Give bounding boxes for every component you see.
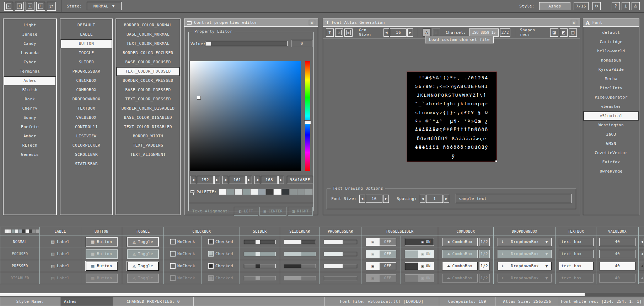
charset-value[interactable]: ISO-8859-15 [469,28,499,37]
color-swatch[interactable] [258,189,266,195]
checkbox-box[interactable] [170,263,176,269]
list-item-valuebox[interactable]: VALUEBOX [60,113,112,122]
spinner-partial-control[interactable]: ◀ [639,262,644,270]
dropdownbox-control[interactable]: ⇕DropdownBox▼ [498,238,552,246]
color-swatch[interactable] [289,189,297,195]
toggleslider-knob[interactable]: ▣ON [418,250,434,258]
scrollbar-thumb[interactable] [0,293,585,296]
toggle-control[interactable]: ◬Toggle [127,274,159,283]
font-panel-titlebar[interactable]: A Font [583,19,639,27]
charset-index[interactable]: 2/2 [500,28,510,37]
list-item-textbox[interactable]: TEXTBOX [60,104,112,113]
list-item-rltech[interactable]: RLTech [4,141,56,150]
spinner-left-icon[interactable]: ◀ [222,176,228,184]
value-slider-thumb[interactable] [206,42,211,46]
font-atlas-titlebar[interactable]: T Font Atlas Generation x [323,19,580,27]
checkbox-box[interactable] [208,239,214,244]
random-style-button[interactable]: ⇄ [47,2,56,11]
list-item-gmsn[interactable]: GMSN [583,139,639,148]
toggleslider-knob[interactable]: ▣ [366,238,380,246]
checkbox-box[interactable] [170,239,176,244]
help-button[interactable]: ? [612,2,620,10]
close-button[interactable]: x [571,20,577,25]
list-item-sunny[interactable]: Sunny [4,113,56,122]
valuebox-control[interactable]: 40 [599,274,635,283]
hue-bar[interactable] [305,61,310,171]
font-size-value[interactable]: 16 [366,195,382,203]
list-item-cozettevector[interactable]: CozetteVector [583,148,639,158]
spinner-right-icon[interactable]: ▶ [278,176,284,184]
list-item-enefete[interactable]: Enefete [4,122,56,132]
toggleslider-off-control[interactable]: ▣OFF [366,274,396,282]
list-item-westington[interactable]: Westington [583,121,639,130]
combobox-counter[interactable]: 1/2 [479,274,490,283]
value-slider[interactable] [205,41,288,46]
toggleslider-knob[interactable]: ▣ON [418,263,434,270]
list-item-button[interactable]: BUTTON [60,39,112,48]
list-item-text-alignment[interactable]: TEXT_ALIGNMENT [116,150,180,159]
checkbox-box[interactable] [208,263,214,269]
list-item-dark[interactable]: Dark [4,95,56,104]
list-item-cartridge[interactable]: Cartridge [583,37,639,47]
list-item-lavanda[interactable]: Lavanda [4,48,56,58]
font-atlas-image[interactable]: !"#$%&'()*+,-./0123456789:;<=>?@ABCDEFGH… [407,72,497,162]
checkbox-unchecked-control[interactable]: NoCheck [170,239,195,244]
list-item-slider[interactable]: SLIDER [60,58,112,67]
list-item-border-color-pressed[interactable]: BORDER_COLOR_PRESSED [116,76,180,85]
list-item-combobox[interactable]: COMBOBOX [60,85,112,95]
button-control[interactable]: ▦Button [86,274,118,283]
list-item-toggle[interactable]: TOGGLE [60,48,112,58]
color-swatch[interactable] [281,189,289,195]
new-style-button[interactable]: + [4,2,13,11]
value-box[interactable]: 0 [291,40,312,47]
color-swatch[interactable] [8,230,11,233]
toggleslider-on-control[interactable]: ▣ON [405,262,434,270]
textbox-control[interactable]: text box [559,238,594,246]
toggleslider-knob[interactable]: ▣ON [418,275,434,282]
color-swatch[interactable] [305,189,313,195]
spinner-right-icon[interactable]: ▶ [444,195,449,203]
list-item-border-color-focused[interactable]: BORDER_COLOR_FOCUSED [116,48,180,58]
color-swatch[interactable] [36,230,39,233]
list-item-statusbar[interactable]: STATUSBAR [60,159,112,169]
toggle-control[interactable]: ◬Toggle [127,249,159,259]
load-font-button[interactable]: T [326,28,334,37]
list-item-border-width[interactable]: BORDER_WIDTH [116,132,180,141]
report-issue-button[interactable]: ⚠ [632,2,640,10]
toggleslider-on-control[interactable]: ▣ON [405,250,434,258]
checkbox-checked-control[interactable]: Checked [208,239,233,244]
gen-size-spinner[interactable]: ◀ 16 ▶ [383,28,413,37]
spinner-right-icon[interactable]: ▶ [246,176,252,184]
unload-charset-button[interactable]: x [432,28,440,37]
list-item-amber[interactable]: Amber [4,132,56,141]
spacing-value[interactable]: 1 [426,195,443,203]
combobox-control[interactable]: ◀▶ComboBox [442,274,478,283]
valuebox-control[interactable]: 40 [599,250,635,258]
hue-bar-cursor[interactable] [305,121,311,124]
list-item-light[interactable]: Light [4,21,56,30]
list-item-checkbox[interactable]: CHECKBOX [60,76,112,85]
style-combobox[interactable]: Ashes [539,2,570,10]
blue-value[interactable]: 168 [261,176,278,184]
checkbox-box[interactable] [170,275,176,281]
button-control[interactable]: ▦Button [86,249,118,259]
save-style-button[interactable]: ↓ [26,2,34,11]
spinner-partial-control[interactable]: ◀ [639,274,644,283]
color-swatch[interactable] [297,189,305,195]
list-item-colorpicker[interactable]: COLORPICKER [60,141,112,150]
slider-control[interactable] [244,264,276,268]
toggleslider-on-control[interactable]: ▣ON [405,274,434,282]
dropdownbox-control[interactable]: ⇕DropdownBox▼ [498,262,552,270]
spinner-partial-control[interactable]: ◀ [639,250,644,258]
list-item-text-color-focused[interactable]: TEXT_COLOR_FOCUSED [116,67,180,76]
export-atlas-image-button[interactable]: ▨ [344,28,352,37]
checkbox-box[interactable] [208,275,214,281]
list-item-border-color-disabled[interactable]: BORDER_COLOR_DISABLED [116,104,180,113]
style-index-counter[interactable]: 7/15 [574,2,589,10]
color-swatch[interactable] [5,230,8,233]
horizontal-scrollbar[interactable] [0,293,644,296]
color-swatch[interactable] [235,189,242,195]
list-item-2a03[interactable]: 2a03 [583,130,639,139]
list-item-kyrou7wide[interactable]: Kyrou7Wide [583,65,639,74]
textbox-control[interactable]: text box [559,262,594,270]
